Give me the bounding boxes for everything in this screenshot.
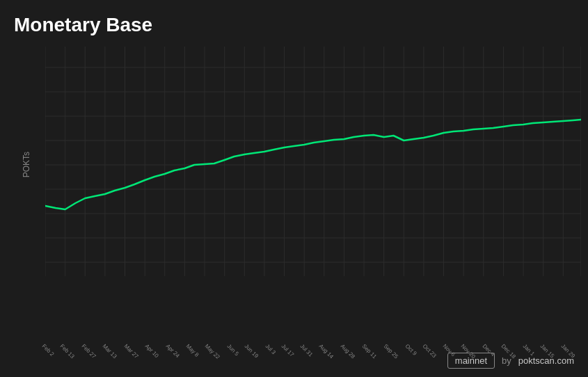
x-label: Feb 2 xyxy=(41,343,56,358)
x-label: Jul 3 xyxy=(264,343,277,355)
x-label: Jun 19 xyxy=(244,343,260,359)
x-label: Mar 13 xyxy=(102,343,118,360)
by-text: by xyxy=(502,355,511,366)
x-label: Aug 14 xyxy=(317,343,334,360)
x-label: May 22 xyxy=(204,343,221,360)
x-label: Jul 31 xyxy=(299,343,313,358)
x-label: Oct 23 xyxy=(421,343,437,359)
x-label: Sep 11 xyxy=(360,343,377,360)
chart-area: POKTs xyxy=(21,47,581,311)
x-label: Jun 5 xyxy=(226,343,240,357)
x-label: Oct 9 xyxy=(404,343,418,357)
poktscan-site: poktscan.com xyxy=(518,355,574,366)
x-label: Feb 27 xyxy=(80,343,97,360)
chart-svg: 1.35B 1.4B 1.45B 1.5B 1.55B 1.6B 1.65B 1… xyxy=(45,47,581,283)
x-label: Apr 24 xyxy=(164,343,180,359)
x-label: Mar 27 xyxy=(122,343,139,360)
main-container: Monetary Base POKTs xyxy=(0,0,588,377)
x-label: May 8 xyxy=(184,343,200,358)
x-label: Sep 25 xyxy=(382,343,399,360)
footer: mainnet by poktscan.com xyxy=(447,353,574,369)
x-label: Apr 10 xyxy=(144,343,160,359)
x-axis-labels: Feb 2 Feb 13 Feb 27 Mar 13 Mar 27 Apr 10… xyxy=(45,343,581,349)
x-label: Jul 17 xyxy=(280,343,294,358)
page-title: Monetary Base xyxy=(14,14,574,36)
y-axis-label: POKTs xyxy=(22,152,31,177)
x-label: Aug 28 xyxy=(339,343,356,360)
mainnet-badge: mainnet xyxy=(447,353,495,369)
x-label: Feb 13 xyxy=(59,343,76,360)
